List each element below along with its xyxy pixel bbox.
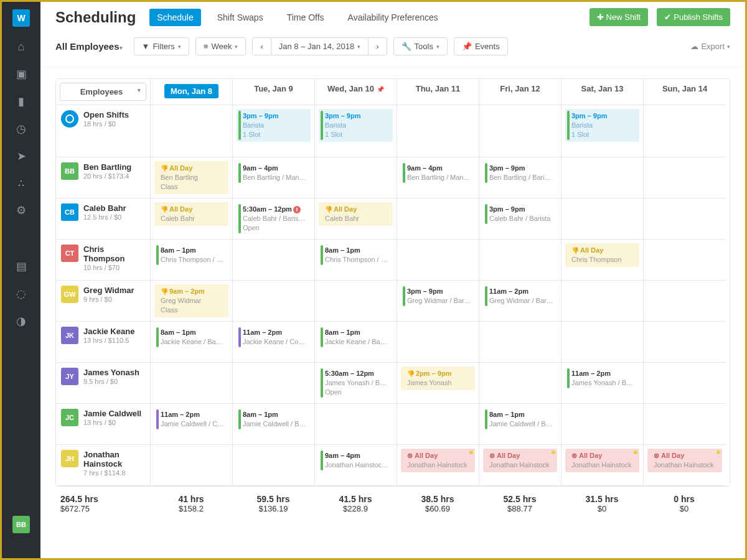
people-icon[interactable]: ⛬ — [16, 177, 27, 190]
all-day-event[interactable]: 👎All DayCaleb Bahr — [319, 202, 393, 226]
gear-icon[interactable]: ⚙ — [16, 203, 26, 217]
day-cell[interactable] — [644, 198, 726, 240]
open-shift[interactable]: 3pm – 9pmBarista1 Slot — [237, 109, 311, 142]
day-cell[interactable] — [644, 322, 726, 363]
day-cell[interactable]: ⊗All DayJonathan Hainstock — [644, 445, 726, 486]
employee-name[interactable]: Ben Bartling — [83, 162, 131, 172]
day-cell[interactable]: 👎All DayChris Thompson — [561, 240, 644, 281]
day-cell[interactable] — [315, 281, 397, 322]
day-header[interactable]: Wed, Jan 10📌 — [315, 79, 397, 105]
day-cell[interactable] — [479, 363, 561, 404]
view-week[interactable]: ≡Week▾ — [195, 37, 247, 55]
open-shift[interactable]: 3pm – 9pmBarista1 Slot — [319, 109, 393, 142]
day-cell[interactable] — [397, 404, 479, 445]
time-off[interactable]: ⊗All DayJonathan Hainstock — [483, 449, 557, 472]
shift[interactable]: 9am – 4pmBen Bartling / Man… — [237, 161, 311, 185]
day-cell[interactable] — [397, 322, 479, 363]
employee-name[interactable]: Open Shifts — [83, 110, 129, 119]
shift[interactable]: 3pm – 9pmBen Bartling / Bari… — [483, 161, 557, 185]
day-cell[interactable] — [233, 445, 315, 486]
current-user-avatar[interactable]: BB — [12, 516, 30, 533]
day-cell[interactable] — [397, 198, 479, 240]
day-cell[interactable]: 8am – 1pmJamie Caldwell / B… — [479, 404, 561, 445]
day-cell[interactable] — [315, 157, 397, 198]
day-cell[interactable]: 9am – 4pmJonathan Hainstoc… — [315, 445, 397, 486]
day-cell[interactable] — [644, 363, 726, 404]
employee-name[interactable]: Greg Widmar — [83, 286, 134, 295]
building-icon[interactable]: ▤ — [16, 259, 27, 273]
day-cell[interactable]: 👎All DayCaleb Bahr — [151, 198, 233, 240]
day-cell[interactable]: 11am – 2pmJames Yonash / B… — [561, 363, 644, 404]
shift[interactable]: 11am – 2pmJackie Keane / Co… — [237, 325, 311, 349]
day-cell[interactable]: 8am – 1pmJamie Caldwell / B… — [233, 404, 315, 445]
day-cell[interactable]: 11am – 2pmGreg Widmar / Bar… — [479, 281, 561, 322]
day-header[interactable]: Sat, Jan 13 — [561, 79, 644, 105]
day-cell[interactable]: 9am – 4pmBen Bartling / Man… — [397, 157, 479, 198]
day-cell[interactable]: 👎9am – 2pmGreg WidmarClass — [151, 281, 233, 322]
day-cell[interactable] — [479, 240, 561, 281]
shift[interactable]: 5:30am – 12pmJames Yonash / B…Open — [319, 366, 393, 399]
day-cell[interactable]: 8am – 1pmJackie Keane / Bar… — [151, 322, 233, 363]
shift[interactable]: 8am – 1pmJackie Keane / Bar… — [319, 325, 393, 349]
shift[interactable]: 8am – 1pmChris Thompson / … — [319, 243, 393, 267]
day-cell[interactable]: 8am – 1pmChris Thompson / … — [315, 240, 397, 281]
all-day-event[interactable]: 👎2pm – 9pmJames Yonash — [401, 366, 475, 390]
day-cell[interactable]: 5:30am – 12pmJames Yonash / B…Open — [315, 363, 397, 404]
employee-name[interactable]: Jonathan Hainstock — [83, 450, 145, 469]
shift[interactable]: 8am – 1pmChris Thompson / … — [154, 243, 228, 267]
employee-scope[interactable]: All Employees▾ — [55, 41, 123, 52]
day-cell[interactable]: 3pm – 9pmBarista1 Slot — [315, 105, 397, 157]
all-day-event[interactable]: 👎All DayChris Thompson — [565, 243, 639, 267]
day-cell[interactable]: 8am – 1pmChris Thompson / … — [151, 240, 233, 281]
day-cell[interactable]: 👎All DayCaleb Bahr — [315, 198, 397, 240]
day-cell[interactable] — [561, 198, 644, 240]
bookmark-icon[interactable]: ▮ — [18, 95, 24, 108]
shift[interactable]: 3pm – 9pmCaleb Bahr / Barista — [483, 202, 557, 226]
day-cell[interactable]: ⊗All DayJonathan Hainstock — [479, 445, 561, 486]
employee-name[interactable]: Chris Thompson — [83, 245, 145, 263]
day-cell[interactable]: 3pm – 9pmCaleb Bahr / Barista — [479, 198, 561, 240]
open-shift[interactable]: 3pm – 9pmBarista1 Slot — [565, 109, 639, 142]
day-cell[interactable]: 👎All DayBen BartlingClass — [151, 157, 233, 198]
time-off[interactable]: ⊗All DayJonathan Hainstock — [565, 449, 639, 472]
calendar-icon[interactable]: ▣ — [16, 67, 27, 81]
employee-name[interactable]: Caleb Bahr — [83, 203, 126, 213]
day-cell[interactable]: 9am – 4pmBen Bartling / Man… — [233, 157, 315, 198]
day-header[interactable]: Fri, Jan 12 — [479, 79, 561, 105]
shift[interactable]: 9am – 4pmBen Bartling / Man… — [401, 161, 475, 185]
day-cell[interactable] — [233, 240, 315, 281]
logo[interactable]: W — [12, 9, 30, 27]
day-header[interactable]: Thu, Jan 11 — [397, 79, 479, 105]
shift[interactable]: 8am – 1pmJamie Caldwell / B… — [483, 408, 557, 431]
day-cell[interactable]: 11am – 2pmJamie Caldwell / C… — [151, 404, 233, 445]
day-cell[interactable]: ⊗All DayJonathan Hainstock — [397, 445, 479, 486]
day-header[interactable]: Tue, Jan 9 — [233, 79, 315, 105]
day-cell[interactable]: 👎2pm – 9pmJames Yonash — [397, 363, 479, 404]
employee-select[interactable]: Employees ▾ — [60, 83, 146, 101]
tab-time-offs[interactable]: Time Offs — [280, 9, 332, 26]
employee-name[interactable]: Jackie Keane — [83, 327, 134, 336]
filters-button[interactable]: ▼Filters▾ — [134, 37, 189, 55]
day-cell[interactable] — [561, 281, 644, 322]
home-icon[interactable]: ⌂ — [18, 40, 25, 54]
tab-shift-swaps[interactable]: Shift Swaps — [210, 9, 271, 26]
day-header[interactable]: Mon, Jan 8 — [151, 79, 233, 105]
day-cell[interactable] — [233, 281, 315, 322]
day-cell[interactable] — [233, 363, 315, 404]
day-cell[interactable] — [644, 240, 726, 281]
next-week[interactable]: › — [369, 37, 387, 55]
day-cell[interactable] — [151, 445, 233, 486]
all-day-event[interactable]: 👎All DayCaleb Bahr — [154, 202, 228, 226]
day-cell[interactable]: 11am – 2pmJackie Keane / Co… — [233, 322, 315, 363]
shift[interactable]: 9am – 4pmJonathan Hainstoc… — [319, 449, 393, 472]
day-cell[interactable] — [561, 404, 644, 445]
chat-icon[interactable]: ➤ — [17, 149, 26, 163]
employee-name[interactable]: James Yonash — [83, 368, 139, 377]
time-off[interactable]: ⊗All DayJonathan Hainstock — [401, 449, 475, 472]
day-cell[interactable] — [644, 281, 726, 322]
events-button[interactable]: 📌Events — [454, 37, 508, 55]
day-cell[interactable]: 5:30am – 12pm!Caleb Bahr / Barist…Open — [233, 198, 315, 240]
new-shift-button[interactable]: ✚New Shift — [590, 8, 649, 26]
day-cell[interactable] — [561, 157, 644, 198]
clock-icon[interactable]: ◷ — [16, 122, 26, 136]
